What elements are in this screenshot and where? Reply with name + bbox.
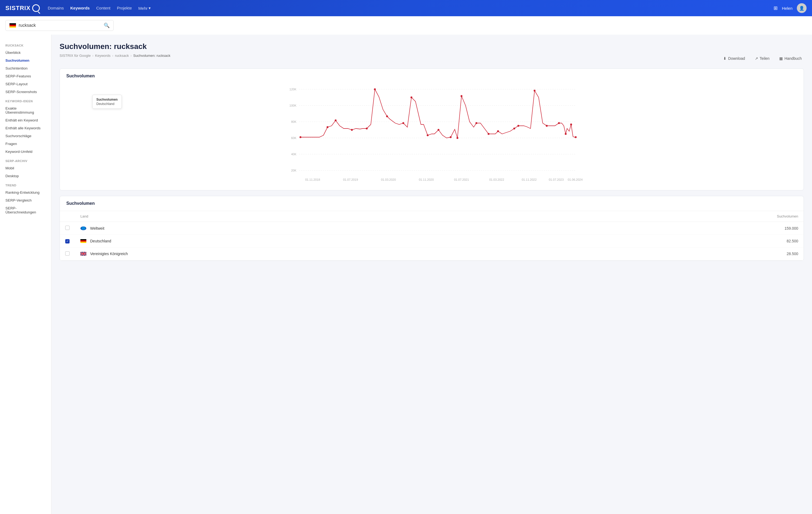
sidebar-item-mobil[interactable]: Mobil	[0, 164, 51, 172]
nav-projekte[interactable]: Projekte	[117, 6, 132, 10]
flag-germany	[9, 23, 16, 28]
breadcrumb-current: Suchvolumen: rucksack	[133, 54, 170, 58]
top-navigation: SISTRIX Domains Keywords Content Projekt…	[0, 0, 812, 16]
svg-point-41	[546, 125, 548, 127]
download-button[interactable]: ⬇ Download	[721, 55, 747, 62]
svg-text:01.03.2022: 01.03.2022	[489, 178, 504, 181]
svg-point-34	[461, 95, 463, 97]
breadcrumb-rucksack[interactable]: rucksack	[115, 54, 129, 58]
svg-point-44	[570, 124, 572, 125]
country-name-deutschland: Deutschland	[90, 239, 111, 243]
svg-point-28	[403, 122, 404, 124]
svg-text:01.07.2023: 01.07.2023	[549, 178, 563, 181]
svg-point-42	[558, 122, 560, 124]
search-input[interactable]	[19, 23, 101, 28]
handbook-button[interactable]: ▦ Handbuch	[777, 55, 804, 62]
volume-weltweit: 159.000	[545, 222, 804, 235]
svg-text:20K: 20K	[291, 169, 296, 172]
sidebar-item-suchvorschläge[interactable]: Suchvorschläge	[0, 132, 51, 140]
svg-point-33	[457, 137, 459, 139]
sidebar-item-serp-screenshots[interactable]: SERP-Screenshots	[0, 88, 51, 96]
chart-area: Suchvolumen Deutschland .grid-line { str…	[60, 79, 804, 190]
row-checkbox-deutschland[interactable]: ✓	[65, 239, 69, 243]
svg-point-26	[374, 88, 376, 90]
sidebar-item-desktop[interactable]: Desktop	[0, 172, 51, 180]
flag-uk-icon	[80, 252, 86, 255]
table-card-title: Suchvolumen	[60, 196, 804, 211]
svg-text:60K: 60K	[291, 137, 296, 140]
svg-point-40	[534, 90, 535, 92]
share-button[interactable]: ↗ Teilen	[753, 55, 772, 62]
nav-domains[interactable]: Domains	[48, 6, 64, 10]
sidebar-item-exakte-übereinstimmung[interactable]: Exakte Übereinstimmung	[0, 104, 51, 116]
nav-links: Domains Keywords Content Projekte Mehr ▾	[48, 6, 151, 10]
svg-point-30	[427, 134, 429, 137]
sidebar-item-keyword-umfeld[interactable]: Keyword-Umfeld	[0, 148, 51, 156]
svg-text:120K: 120K	[289, 88, 296, 91]
col-land-header: Land	[75, 211, 545, 222]
sidebar-item-ranking-entwicklung[interactable]: Ranking-Entwicklung	[0, 188, 51, 196]
svg-point-22	[327, 126, 328, 128]
sidebar-item-serp-überschneidungen[interactable]: SERP-Überschneidungen	[0, 204, 51, 216]
sidebar-item-enthält-ein-keyword[interactable]: Enthält ein Keyword	[0, 116, 51, 124]
sidebar-item-serp-layout[interactable]: SERP-Layout	[0, 80, 51, 88]
table-row: ✓ Deutschland	[60, 235, 804, 247]
table-header-row: Land Suchvolumen	[60, 211, 804, 222]
nav-content[interactable]: Content	[96, 6, 110, 10]
avatar[interactable]: 👤	[797, 3, 807, 13]
volume-deutschland: 82.500	[545, 235, 804, 247]
svg-point-31	[438, 129, 440, 131]
user-name[interactable]: Helen	[782, 6, 792, 10]
svg-point-21	[300, 137, 301, 138]
sidebar-item-suchvolumen[interactable]: Suchvolumen	[0, 57, 51, 64]
row-checkbox-uk[interactable]	[65, 251, 69, 255]
svg-text:01.11.2018: 01.11.2018	[305, 178, 320, 181]
nav-mehr[interactable]: Mehr ▾	[138, 6, 151, 10]
chart-svg-container: .grid-line { stroke: #e8e8e8; stroke-wid…	[66, 81, 797, 185]
logo[interactable]: SISTRIX	[5, 4, 40, 12]
country-cell-uk: Vereinigtes Königreich	[80, 251, 539, 256]
sidebar-section-rucksack: RUCKSACK	[0, 40, 51, 49]
breadcrumb-root[interactable]: SISTRIX für Google	[60, 54, 91, 58]
svg-point-38	[514, 128, 515, 129]
flag-world-icon: 🌐	[80, 226, 86, 230]
suchvolumen-table: Land Suchvolumen 🌐 Weltweit	[60, 211, 804, 261]
volume-uk: 28.500	[545, 247, 804, 260]
sidebar-item-überblick[interactable]: Überblick	[0, 49, 51, 57]
svg-point-37	[497, 130, 499, 132]
svg-text:80K: 80K	[291, 120, 296, 123]
sidebar-section-keyword-ideen: KEYWORD-IDEEN	[0, 96, 51, 104]
svg-text:01.07.2021: 01.07.2021	[454, 178, 469, 181]
svg-text:01.03.2020: 01.03.2020	[381, 178, 396, 181]
chart-svg: .grid-line { stroke: #e8e8e8; stroke-wid…	[66, 81, 797, 184]
sidebar-item-enthält-alle-keywords[interactable]: Enthält alle Keywords	[0, 124, 51, 132]
logo-text: SISTRIX	[5, 5, 31, 12]
svg-text:100K: 100K	[289, 104, 296, 107]
nav-right: ⊞ Helen 👤	[774, 3, 807, 13]
page-title: Suchvolumen: rucksack	[60, 42, 804, 51]
country-cell-weltweit: 🌐 Weltweit	[80, 226, 539, 231]
sidebar-section-serp-archiv: SERP-ARCHIV	[0, 156, 51, 164]
table-row: Vereinigtes Königreich 28.500	[60, 247, 804, 260]
chart-card: Suchvolumen Suchvolumen Deutschland .gri…	[60, 68, 804, 190]
nav-keywords[interactable]: Keywords	[70, 6, 90, 10]
sidebar-item-fragen[interactable]: Fragen	[0, 140, 51, 148]
sidebar: RUCKSACK Überblick Suchvolumen Suchinten…	[0, 35, 52, 514]
sidebar-item-serp-features[interactable]: SERP-Features	[0, 72, 51, 80]
logo-icon	[32, 4, 40, 12]
table-card: Suchvolumen Land Suchvolumen	[60, 196, 804, 261]
svg-point-32	[450, 137, 452, 138]
search-icon[interactable]: 🔍	[104, 23, 110, 28]
share-icon: ↗	[755, 56, 758, 61]
breadcrumb-sep-1: ›	[92, 54, 93, 58]
sidebar-item-serp-vergleich[interactable]: SERP-Vergleich	[0, 196, 51, 204]
svg-text:01.07.2019: 01.07.2019	[343, 178, 358, 181]
breadcrumb-keywords[interactable]: Keywords	[95, 54, 110, 58]
handbook-icon: ▦	[779, 56, 783, 61]
sidebar-section-trend: TREND	[0, 180, 51, 188]
search-container: 🔍	[5, 20, 114, 31]
main-layout: RUCKSACK Überblick Suchvolumen Suchinten…	[0, 35, 812, 514]
sidebar-item-suchintention[interactable]: Suchintention	[0, 64, 51, 72]
row-checkbox-weltweit[interactable]	[65, 225, 69, 230]
grid-icon[interactable]: ⊞	[774, 5, 778, 11]
